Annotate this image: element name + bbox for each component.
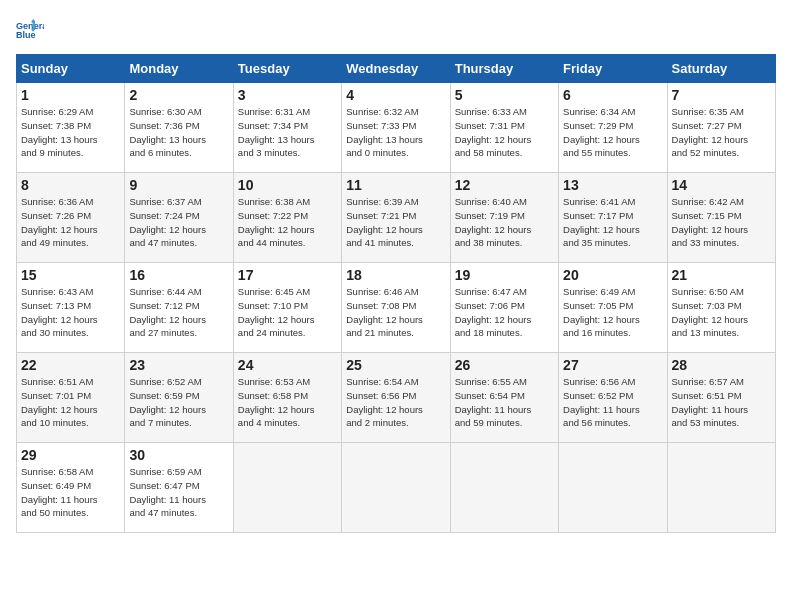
calendar-table: SundayMondayTuesdayWednesdayThursdayFrid… [16,54,776,533]
day-info: Sunrise: 6:37 AM Sunset: 7:24 PM Dayligh… [129,195,228,250]
calendar-cell: 10Sunrise: 6:38 AM Sunset: 7:22 PM Dayli… [233,173,341,263]
day-info: Sunrise: 6:30 AM Sunset: 7:36 PM Dayligh… [129,105,228,160]
day-info: Sunrise: 6:29 AM Sunset: 7:38 PM Dayligh… [21,105,120,160]
days-header-row: SundayMondayTuesdayWednesdayThursdayFrid… [17,55,776,83]
day-number: 2 [129,87,228,103]
calendar-cell: 21Sunrise: 6:50 AM Sunset: 7:03 PM Dayli… [667,263,775,353]
calendar-cell: 25Sunrise: 6:54 AM Sunset: 6:56 PM Dayli… [342,353,450,443]
calendar-cell: 22Sunrise: 6:51 AM Sunset: 7:01 PM Dayli… [17,353,125,443]
day-info: Sunrise: 6:51 AM Sunset: 7:01 PM Dayligh… [21,375,120,430]
day-number: 18 [346,267,445,283]
day-info: Sunrise: 6:46 AM Sunset: 7:08 PM Dayligh… [346,285,445,340]
calendar-cell: 24Sunrise: 6:53 AM Sunset: 6:58 PM Dayli… [233,353,341,443]
day-number: 27 [563,357,662,373]
day-number: 29 [21,447,120,463]
day-info: Sunrise: 6:36 AM Sunset: 7:26 PM Dayligh… [21,195,120,250]
calendar-cell: 18Sunrise: 6:46 AM Sunset: 7:08 PM Dayli… [342,263,450,353]
day-header-friday: Friday [559,55,667,83]
day-number: 30 [129,447,228,463]
calendar-cell: 1Sunrise: 6:29 AM Sunset: 7:38 PM Daylig… [17,83,125,173]
day-header-monday: Monday [125,55,233,83]
day-number: 5 [455,87,554,103]
day-number: 20 [563,267,662,283]
day-number: 12 [455,177,554,193]
day-info: Sunrise: 6:38 AM Sunset: 7:22 PM Dayligh… [238,195,337,250]
calendar-cell [559,443,667,533]
calendar-week-4: 22Sunrise: 6:51 AM Sunset: 7:01 PM Dayli… [17,353,776,443]
day-info: Sunrise: 6:42 AM Sunset: 7:15 PM Dayligh… [672,195,771,250]
day-info: Sunrise: 6:45 AM Sunset: 7:10 PM Dayligh… [238,285,337,340]
calendar-cell: 20Sunrise: 6:49 AM Sunset: 7:05 PM Dayli… [559,263,667,353]
day-info: Sunrise: 6:56 AM Sunset: 6:52 PM Dayligh… [563,375,662,430]
day-number: 17 [238,267,337,283]
calendar-cell: 28Sunrise: 6:57 AM Sunset: 6:51 PM Dayli… [667,353,775,443]
svg-text:Blue: Blue [16,30,36,40]
day-info: Sunrise: 6:44 AM Sunset: 7:12 PM Dayligh… [129,285,228,340]
day-number: 16 [129,267,228,283]
day-info: Sunrise: 6:57 AM Sunset: 6:51 PM Dayligh… [672,375,771,430]
day-number: 19 [455,267,554,283]
day-number: 7 [672,87,771,103]
calendar-cell: 27Sunrise: 6:56 AM Sunset: 6:52 PM Dayli… [559,353,667,443]
day-info: Sunrise: 6:34 AM Sunset: 7:29 PM Dayligh… [563,105,662,160]
day-info: Sunrise: 6:49 AM Sunset: 7:05 PM Dayligh… [563,285,662,340]
calendar-cell: 30Sunrise: 6:59 AM Sunset: 6:47 PM Dayli… [125,443,233,533]
calendar-week-5: 29Sunrise: 6:58 AM Sunset: 6:49 PM Dayli… [17,443,776,533]
calendar-cell: 26Sunrise: 6:55 AM Sunset: 6:54 PM Dayli… [450,353,558,443]
logo: General Blue [16,16,48,44]
day-info: Sunrise: 6:54 AM Sunset: 6:56 PM Dayligh… [346,375,445,430]
day-number: 14 [672,177,771,193]
day-header-wednesday: Wednesday [342,55,450,83]
calendar-cell: 8Sunrise: 6:36 AM Sunset: 7:26 PM Daylig… [17,173,125,263]
day-number: 13 [563,177,662,193]
day-header-tuesday: Tuesday [233,55,341,83]
calendar-cell: 7Sunrise: 6:35 AM Sunset: 7:27 PM Daylig… [667,83,775,173]
calendar-cell: 5Sunrise: 6:33 AM Sunset: 7:31 PM Daylig… [450,83,558,173]
calendar-cell: 13Sunrise: 6:41 AM Sunset: 7:17 PM Dayli… [559,173,667,263]
day-number: 22 [21,357,120,373]
day-number: 8 [21,177,120,193]
calendar-cell: 15Sunrise: 6:43 AM Sunset: 7:13 PM Dayli… [17,263,125,353]
day-info: Sunrise: 6:55 AM Sunset: 6:54 PM Dayligh… [455,375,554,430]
calendar-cell [450,443,558,533]
calendar-cell: 11Sunrise: 6:39 AM Sunset: 7:21 PM Dayli… [342,173,450,263]
day-info: Sunrise: 6:32 AM Sunset: 7:33 PM Dayligh… [346,105,445,160]
day-info: Sunrise: 6:33 AM Sunset: 7:31 PM Dayligh… [455,105,554,160]
day-info: Sunrise: 6:35 AM Sunset: 7:27 PM Dayligh… [672,105,771,160]
calendar-cell: 4Sunrise: 6:32 AM Sunset: 7:33 PM Daylig… [342,83,450,173]
calendar-cell [667,443,775,533]
day-number: 10 [238,177,337,193]
day-info: Sunrise: 6:59 AM Sunset: 6:47 PM Dayligh… [129,465,228,520]
calendar-cell: 9Sunrise: 6:37 AM Sunset: 7:24 PM Daylig… [125,173,233,263]
day-info: Sunrise: 6:40 AM Sunset: 7:19 PM Dayligh… [455,195,554,250]
day-info: Sunrise: 6:58 AM Sunset: 6:49 PM Dayligh… [21,465,120,520]
svg-text:General: General [16,21,44,31]
day-number: 15 [21,267,120,283]
calendar-cell: 19Sunrise: 6:47 AM Sunset: 7:06 PM Dayli… [450,263,558,353]
day-number: 23 [129,357,228,373]
page-header: General Blue [16,16,776,44]
day-number: 9 [129,177,228,193]
day-number: 3 [238,87,337,103]
day-info: Sunrise: 6:39 AM Sunset: 7:21 PM Dayligh… [346,195,445,250]
calendar-cell: 17Sunrise: 6:45 AM Sunset: 7:10 PM Dayli… [233,263,341,353]
day-number: 24 [238,357,337,373]
day-number: 4 [346,87,445,103]
day-header-thursday: Thursday [450,55,558,83]
calendar-week-3: 15Sunrise: 6:43 AM Sunset: 7:13 PM Dayli… [17,263,776,353]
calendar-cell [233,443,341,533]
calendar-cell: 6Sunrise: 6:34 AM Sunset: 7:29 PM Daylig… [559,83,667,173]
calendar-cell: 29Sunrise: 6:58 AM Sunset: 6:49 PM Dayli… [17,443,125,533]
day-info: Sunrise: 6:41 AM Sunset: 7:17 PM Dayligh… [563,195,662,250]
day-info: Sunrise: 6:50 AM Sunset: 7:03 PM Dayligh… [672,285,771,340]
day-number: 21 [672,267,771,283]
day-header-sunday: Sunday [17,55,125,83]
day-number: 26 [455,357,554,373]
calendar-cell: 3Sunrise: 6:31 AM Sunset: 7:34 PM Daylig… [233,83,341,173]
day-number: 6 [563,87,662,103]
day-info: Sunrise: 6:47 AM Sunset: 7:06 PM Dayligh… [455,285,554,340]
calendar-cell: 12Sunrise: 6:40 AM Sunset: 7:19 PM Dayli… [450,173,558,263]
calendar-cell: 16Sunrise: 6:44 AM Sunset: 7:12 PM Dayli… [125,263,233,353]
day-info: Sunrise: 6:52 AM Sunset: 6:59 PM Dayligh… [129,375,228,430]
day-header-saturday: Saturday [667,55,775,83]
